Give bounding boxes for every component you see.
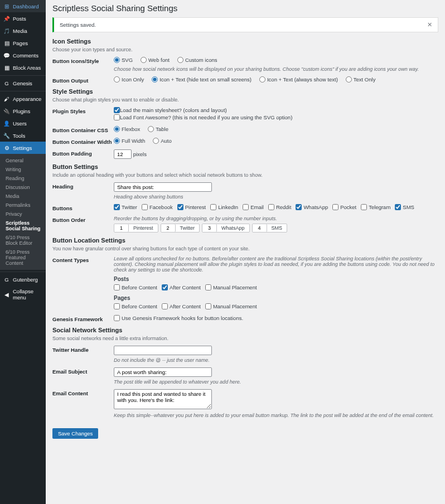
sidebar-item-tools[interactable]: 🔧Tools <box>0 129 46 142</box>
container-css-option[interactable]: Table <box>148 126 168 132</box>
sidebar-item-plugins[interactable]: 🔌Plugins <box>0 105 46 117</box>
posts-location-checkbox[interactable] <box>114 284 120 290</box>
posts-location-option[interactable]: Before Content <box>114 284 157 290</box>
pages-location-option[interactable]: Before Content <box>114 303 157 309</box>
posts-location-checkbox[interactable] <box>205 284 211 290</box>
button-order-item[interactable]: WhatsApp <box>202 224 250 232</box>
container-width-radio[interactable] <box>114 138 120 144</box>
button-settings-heading: Button Settings <box>52 163 438 170</box>
posts-location-option[interactable]: Manual Placement <box>205 284 257 290</box>
button-order-item[interactable]: Twitter <box>161 224 200 232</box>
sidebar-item-media[interactable]: 🎵Media <box>0 25 46 37</box>
sidebar-item-pages[interactable]: ▤Pages <box>0 37 46 49</box>
icon-output-radio[interactable] <box>114 76 120 83</box>
sidebar-item-comments[interactable]: 💬Comments <box>0 49 46 61</box>
share-button-checkbox[interactable] <box>114 204 120 210</box>
genesis-hooks-option[interactable]: Use Genesis Framework hooks for button l… <box>114 315 243 321</box>
container-css-option[interactable]: Flexbox <box>114 126 140 132</box>
plugin-style-option[interactable]: Load the main stylesheet? (colors and la… <box>114 107 438 113</box>
twitter-handle-input[interactable] <box>114 346 212 355</box>
container-width-option[interactable]: Full Width <box>114 138 145 144</box>
save-changes-button[interactable]: Save Changes <box>52 428 98 439</box>
container-css-radio[interactable] <box>114 126 120 132</box>
order-number-input[interactable] <box>114 224 129 232</box>
posts-location-option[interactable]: After Content <box>162 284 201 290</box>
icon-output-radio[interactable] <box>259 76 265 83</box>
sidebar-item-users[interactable]: 👤Users <box>0 117 46 129</box>
share-button-option[interactable]: SMS <box>395 204 414 210</box>
order-number-input[interactable] <box>253 224 267 232</box>
button-order-item[interactable]: SMS <box>252 224 288 232</box>
notice-dismiss-icon[interactable]: ✕ <box>427 21 432 28</box>
share-button-checkbox[interactable] <box>332 204 338 210</box>
button-order-item[interactable]: Pinterest <box>114 224 158 232</box>
share-button-checkbox[interactable] <box>268 204 274 210</box>
email-subject-input[interactable] <box>114 367 212 377</box>
sidebar-item-gutenberg[interactable]: GGutenberg <box>0 272 46 285</box>
settings-sub-permalinks[interactable]: Permalinks <box>0 201 46 210</box>
container-css-radio[interactable] <box>148 126 154 132</box>
settings-sub-writing[interactable]: Writing <box>0 165 46 174</box>
settings-sub-media[interactable]: Media <box>0 192 46 201</box>
settings-sub-6-10-press-block-editor[interactable]: 6/10 Press Block Editor <box>0 233 46 248</box>
icon-output-radio[interactable] <box>152 76 158 83</box>
container-width-option[interactable]: Auto <box>153 138 172 144</box>
settings-sub-privacy[interactable]: Privacy <box>0 210 46 219</box>
order-number-input[interactable] <box>202 224 217 232</box>
icon-style-radio[interactable] <box>141 57 147 63</box>
settings-sub-scriptless-social-sharing[interactable]: Scriptless Social Sharing <box>0 219 46 233</box>
pages-location-option[interactable]: After Content <box>162 303 201 309</box>
plugin-style-option[interactable]: Load Font Awesome? (this is not needed i… <box>114 114 438 120</box>
pages-location-checkbox[interactable] <box>162 303 168 309</box>
sidebar-item-block-areas[interactable]: ▦Block Areas <box>0 61 46 74</box>
posts-location-checkbox[interactable] <box>162 284 168 290</box>
button-padding-input[interactable] <box>114 149 132 159</box>
plugin-style-checkbox[interactable] <box>114 107 120 113</box>
icon-output-radio[interactable] <box>346 76 352 83</box>
share-button-checkbox[interactable] <box>243 204 249 210</box>
share-button-checkbox[interactable] <box>210 204 216 210</box>
pages-location-checkbox[interactable] <box>114 303 120 309</box>
share-button-checkbox[interactable] <box>177 204 183 210</box>
share-button-option[interactable]: WhatsApp <box>296 204 328 210</box>
share-button-option[interactable]: Facebook <box>142 204 173 210</box>
icon-output-option[interactable]: Icon Only <box>114 76 144 83</box>
plugin-style-checkbox[interactable] <box>114 114 120 120</box>
share-button-option[interactable]: Twitter <box>114 204 137 210</box>
settings-sub-general[interactable]: General <box>0 156 46 165</box>
share-button-option[interactable]: Telegram <box>361 204 390 210</box>
share-button-checkbox[interactable] <box>395 204 401 210</box>
icon-output-option[interactable]: Icon + Text (hide text on small screens) <box>152 76 251 83</box>
share-button-option[interactable]: Pinterest <box>177 204 206 210</box>
share-button-option[interactable]: Reddit <box>268 204 291 210</box>
email-content-textarea[interactable]: I read this post and wanted to share it … <box>114 389 212 409</box>
heading-input[interactable] <box>114 182 212 192</box>
share-button-checkbox[interactable] <box>296 204 302 210</box>
sidebar-item-appearance[interactable]: 🖌Appearance <box>0 91 46 105</box>
icon-style-option[interactable]: SVG <box>114 57 133 63</box>
icon-style-option[interactable]: Custom icons <box>177 57 217 63</box>
sidebar-item-collapse-menu[interactable]: ◀Collapse menu <box>0 285 46 303</box>
icon-style-option[interactable]: Web font <box>141 57 170 63</box>
container-width-radio[interactable] <box>153 138 159 144</box>
share-button-checkbox[interactable] <box>142 204 148 210</box>
settings-sub-reading[interactable]: Reading <box>0 174 46 183</box>
sidebar-item-genesis[interactable]: GGenesis <box>0 75 46 89</box>
share-button-checkbox[interactable] <box>361 204 367 210</box>
icon-output-option[interactable]: Icon + Text (always show text) <box>259 76 338 83</box>
share-button-option[interactable]: Email <box>243 204 264 210</box>
sidebar-item-posts[interactable]: 📌Posts <box>0 12 46 25</box>
settings-sub-discussion[interactable]: Discussion <box>0 183 46 192</box>
pages-location-checkbox[interactable] <box>205 303 211 309</box>
icon-output-option[interactable]: Text Only <box>346 76 376 83</box>
pages-location-option[interactable]: Manual Placement <box>205 303 257 309</box>
share-button-option[interactable]: Pocket <box>332 204 356 210</box>
icon-style-radio[interactable] <box>177 57 183 63</box>
settings-sub-6-10-press-featured-content[interactable]: 6/10 Press Featured Content <box>0 248 46 268</box>
share-button-option[interactable]: LinkedIn <box>210 204 238 210</box>
sidebar-item-dashboard[interactable]: ⊞Dashboard <box>0 0 46 12</box>
icon-style-radio[interactable] <box>114 57 120 63</box>
sidebar-item-settings[interactable]: ⚙Settings <box>0 142 46 154</box>
genesis-hooks-checkbox[interactable] <box>114 315 120 321</box>
order-number-input[interactable] <box>161 224 176 232</box>
